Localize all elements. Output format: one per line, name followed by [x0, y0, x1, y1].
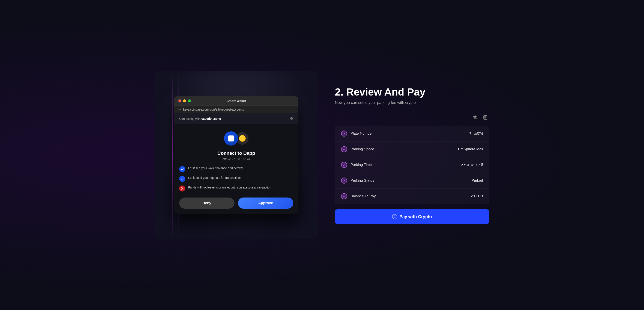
icons-row [335, 114, 489, 121]
permission-item-3: Funds will not leave your wallet until y… [179, 185, 293, 192]
review-panel: 2. Review And Pay Now you can settle you… [335, 86, 489, 224]
check-circle-plate [341, 130, 347, 136]
coinbase-logo-inner [228, 135, 234, 141]
connect-modal: Smart Wallet ⇌ keys.coinbase.com/sign/et… [174, 96, 298, 214]
coinbase-logo [224, 131, 239, 146]
minimize-button[interactable] [183, 99, 186, 102]
info-row-status: Parking Status Parked [335, 173, 489, 189]
check-circle-time [341, 162, 347, 168]
permission-list: Let it see your wallet balance and activ… [179, 166, 293, 192]
main-container: Smart Wallet ⇌ keys.coinbase.com/sign/et… [155, 71, 489, 239]
pay-with-crypto-button[interactable]: C Pay with Crypto [335, 209, 489, 224]
dapp-title: Connect to Dapp [218, 150, 255, 156]
info-card: Plate Number 7กณ574 Parking Space EmSphe… [335, 126, 489, 204]
space-value: EmSphere Mall [458, 147, 483, 151]
review-title: 2. Review And Pay [335, 86, 489, 98]
modal-buttons: Deny Approve [179, 198, 293, 209]
connecting-label: Connecting with 0x06d0...5cF5 [179, 117, 221, 120]
url-bar: ⇌ keys.coinbase.com/sign/eth-request-acc… [174, 105, 298, 113]
time-value: 2 ชม. 41 นาที [461, 162, 483, 168]
modal-content: 🟡 Connect to Dapp http://127.0.0.1:5174 [174, 124, 298, 214]
modal-body: 🟡 Connect to Dapp http://127.0.0.1:5174 [174, 124, 298, 214]
parking-background: Smart Wallet ⇌ keys.coinbase.com/sign/et… [155, 71, 318, 239]
permission-text-3: Funds will not leave your wallet until y… [188, 185, 271, 190]
modal-titlebar: Smart Wallet [174, 96, 298, 105]
info-row-plate: Plate Number 7กณ574 [335, 126, 489, 141]
transfer-icon[interactable] [471, 114, 479, 121]
permission-item-2: Let it send you requests for transaction… [179, 176, 293, 182]
pay-button-label: Pay with Crypto [400, 214, 432, 219]
plate-label: Plate Number [350, 131, 466, 136]
permission-text-1: Let it see your wallet balance and activ… [188, 166, 243, 171]
review-subtitle: Now you can settle your parking fee with… [335, 100, 489, 105]
settings-icon[interactable]: ⚙ [290, 116, 293, 121]
deny-button[interactable]: Deny [179, 198, 234, 209]
connecting-bar: Connecting with 0x06d0...5cF5 ⚙ [174, 113, 298, 124]
check-circle-status [341, 178, 347, 184]
balance-value: 20 THB [471, 194, 483, 198]
coinbase-pay-icon: C [392, 214, 397, 219]
status-value: Parked [472, 178, 483, 183]
check-circle-space [341, 146, 347, 152]
permission-check-icon-1 [179, 166, 185, 172]
info-row-time: Parking Time 2 ชม. 41 นาที [335, 157, 489, 173]
permission-cross-icon-3 [179, 186, 185, 192]
time-label: Parking Time [350, 163, 458, 167]
info-row-space: Parking Space EmSphere Mall [335, 141, 489, 157]
wallet-address: 0x06d0...5cF5 [202, 117, 221, 120]
close-button[interactable] [178, 99, 181, 102]
modal-title: Smart Wallet [226, 99, 246, 103]
approve-button[interactable]: Approve [238, 198, 293, 209]
plate-value: 7กณ574 [469, 131, 483, 136]
logo-cluster: 🟡 [224, 131, 249, 146]
balance-label: Balance To Pay [350, 194, 467, 198]
space-label: Parking Space [350, 147, 455, 151]
permission-item-1: Let it see your wallet balance and activ… [179, 166, 293, 172]
receipt-icon[interactable] [482, 114, 489, 121]
maximize-button[interactable] [188, 99, 191, 102]
url-icon: ⇌ [178, 108, 181, 111]
check-circle-balance [341, 193, 347, 199]
permission-check-icon-2 [179, 176, 185, 182]
url-text: keys.coinbase.com/sign/eth-request-accou… [183, 108, 294, 111]
permission-text-2: Let it send you requests for transaction… [188, 176, 242, 180]
status-label: Parking Status [350, 178, 468, 183]
info-row-balance: Balance To Pay 20 THB [335, 189, 489, 204]
dapp-url: http://127.0.0.1:5174 [222, 157, 250, 161]
